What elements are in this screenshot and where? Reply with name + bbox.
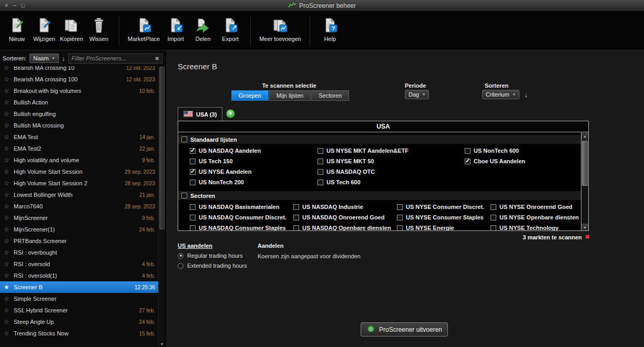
delete-button[interactable]: Wissen [85, 15, 113, 43]
star-icon[interactable]: ☆ [4, 191, 11, 198]
import-button[interactable]: Import [162, 15, 189, 43]
group-checkbox[interactable] [181, 136, 187, 142]
star-icon[interactable]: ☆ [4, 145, 11, 152]
checkbox[interactable] [293, 215, 299, 220]
star-icon[interactable]: ☆ [4, 87, 11, 94]
checkbox[interactable] [465, 148, 471, 154]
screener-list-item[interactable]: ☆Marco764028 sep. 2023 [0, 201, 158, 212]
checkbox[interactable] [465, 159, 471, 164]
star-icon[interactable]: ☆ [4, 226, 11, 233]
checkbox-item[interactable]: US NASDAQ Consumer Staples [190, 223, 293, 230]
checkbox[interactable] [397, 225, 403, 231]
screener-list-item[interactable]: ☆PRTBands Screener [0, 235, 158, 247]
star-icon[interactable]: ☆ [4, 156, 11, 164]
checkbox[interactable] [190, 215, 196, 220]
checkbox[interactable] [293, 225, 299, 231]
star-icon[interactable]: ☆ [4, 249, 11, 256]
checkbox-item[interactable]: US NonTech 200 [190, 177, 318, 187]
checkbox[interactable] [190, 159, 196, 164]
screener-list-item[interactable]: ☆High Volume Start Session29 sep. 2023 [0, 166, 158, 177]
star-icon[interactable]: ☆ [4, 122, 11, 129]
scrollbar-thumb[interactable] [582, 141, 588, 186]
scroll-down-icon[interactable]: ▼ [581, 224, 588, 230]
checkbox[interactable] [490, 215, 496, 220]
checkbox[interactable] [490, 204, 496, 210]
checkbox[interactable] [490, 225, 496, 231]
checkbox[interactable] [318, 148, 323, 154]
screener-list-item[interactable]: ☆Simple Screener [0, 293, 158, 304]
checkbox-item[interactable]: US NYSE MKT 50 [318, 156, 465, 166]
screener-list-item[interactable]: ☆Bearish MA crossing 1012 okt. 2023 [0, 66, 158, 73]
tab-mijn-lijsten[interactable]: Mijn lijsten [269, 90, 311, 101]
star-icon[interactable]: ☆ [4, 330, 11, 337]
screener-list-item[interactable]: ☆Bullish Action [0, 97, 158, 108]
checkbox[interactable] [293, 204, 299, 210]
checkbox[interactable] [318, 180, 323, 185]
new-button[interactable]: Nieuw [3, 15, 30, 43]
checkbox-item[interactable]: US NYSE Technology [490, 223, 579, 230]
scrollbar-thumb[interactable] [159, 67, 165, 229]
scroll-up-icon[interactable]: ▲ [581, 133, 588, 140]
star-icon[interactable]: ☆ [4, 133, 11, 141]
market-tab-usa[interactable]: USA (3) [178, 107, 222, 121]
screener-list-item[interactable]: ☆High volatility and volume9 feb. [0, 154, 158, 166]
sorteren-select[interactable]: Criterium [482, 90, 519, 99]
checkbox-item[interactable]: US NonTech 600 [465, 145, 525, 156]
radio-option[interactable]: Extended trading hours [178, 262, 247, 269]
maximize-icon[interactable]: □ [21, 3, 25, 8]
radio-option[interactable]: Regular trading hours [178, 253, 247, 259]
marketplace-button[interactable]: MarketPlace [126, 15, 162, 43]
add-more-button[interactable]: Meer toevoegen [257, 15, 303, 43]
checkbox[interactable] [190, 180, 196, 185]
screener-list-item[interactable]: ☆RSI : oversold(1)4 feb. [0, 270, 158, 281]
checkbox-item[interactable]: US NYSE Consumer Discret. [397, 202, 490, 212]
checkbox-item[interactable]: US NASDAQ Onroerend Goed [293, 212, 397, 223]
panel-scrollbar[interactable]: ▲ ▼ [581, 133, 588, 230]
screener-list-item[interactable]: ☆Trending Stocks Now15 feb. [0, 328, 158, 339]
screener-list-item[interactable]: ★Screener B12:25:36 [0, 281, 158, 293]
checkbox-item[interactable]: US NASDAQ Openbare diensten [293, 223, 397, 230]
star-icon[interactable]: ☆ [4, 307, 11, 314]
screener-list-item[interactable]: ☆Steep Angle Up24 feb. [0, 316, 158, 328]
checkbox-item[interactable]: US NASDAQ Industrie [293, 202, 397, 212]
clear-filter-icon[interactable]: ✖ [155, 56, 159, 61]
criteria-direction-icon[interactable]: ↓ [525, 91, 528, 99]
star-icon[interactable]: ☆ [4, 110, 11, 118]
help-button[interactable]: ?Help [316, 15, 344, 43]
screener-list-item[interactable]: ☆EMA Test14 jan. [0, 131, 158, 143]
checkbox[interactable] [397, 204, 403, 210]
checkbox-item[interactable]: US Tech 600 [318, 177, 465, 187]
star-icon[interactable]: ☆ [4, 295, 11, 302]
export-button[interactable]: Export [217, 15, 244, 43]
sort-select[interactable]: Naam [29, 54, 58, 63]
checkbox-item[interactable]: US NYSE Onroerend Goed [490, 202, 579, 212]
star-icon[interactable]: ☆ [4, 168, 11, 175]
star-icon[interactable]: ☆ [4, 99, 11, 106]
checkbox-item[interactable]: US NYSE Aandelen [190, 166, 318, 177]
copy-button[interactable]: Kopiëren [58, 15, 85, 43]
checkbox[interactable] [318, 159, 323, 164]
radio-button[interactable] [178, 253, 183, 259]
checkbox[interactable] [397, 215, 403, 220]
checkbox-item[interactable]: US NYSE MKT Aandelen&ETF [318, 145, 465, 156]
close-icon[interactable]: × [5, 3, 8, 8]
checkbox-item[interactable]: US NASDAQ OTC [318, 166, 465, 177]
group-checkbox[interactable] [181, 193, 187, 198]
tab-groepen[interactable]: Groepen [231, 90, 269, 101]
run-proscreener-button[interactable]: ProScreener uitvoeren [361, 322, 448, 337]
checkbox-item[interactable]: US NYSE Consumer Staples [397, 212, 490, 223]
star-icon[interactable]: ☆ [4, 180, 11, 187]
star-icon[interactable]: ☆ [4, 66, 11, 71]
screener-list-item[interactable]: ☆Bullish engulfing [0, 108, 158, 120]
screener-list-item[interactable]: ☆High Volume Start Session 228 sep. 2023 [0, 177, 158, 189]
checkbox[interactable] [190, 148, 196, 154]
star-icon[interactable]: ☆ [4, 203, 11, 210]
checkbox-item[interactable]: Cboe US Aandelen [465, 156, 525, 166]
checkbox-item[interactable]: US NYSE Openbare diensten [490, 212, 579, 223]
screener-list-item[interactable]: ☆Lowest Bollinger Width21 jan. [0, 189, 158, 201]
sort-direction-icon[interactable]: ↓ [62, 55, 66, 62]
sidebar-scrollbar[interactable]: ▼ [158, 66, 165, 347]
screener-list-item[interactable]: ☆MijnScreener(1)24 feb. [0, 224, 158, 235]
screener-list-item[interactable]: ☆RSI : oversold4 feb. [0, 258, 158, 270]
star-icon[interactable]: ☆ [4, 318, 11, 325]
